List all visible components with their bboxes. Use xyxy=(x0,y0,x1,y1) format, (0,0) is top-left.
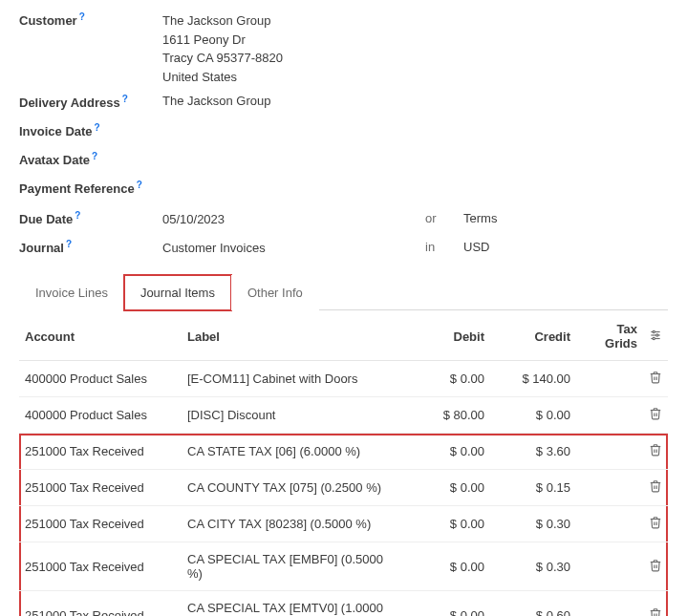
cell-label[interactable]: CA SPECIAL TAX [EMTV0] (1.0000 %) xyxy=(182,591,404,617)
help-icon[interactable]: ? xyxy=(95,122,100,133)
trash-icon[interactable] xyxy=(649,371,662,384)
due-date-value[interactable]: 05/10/2023 xyxy=(162,210,425,226)
cell-credit[interactable]: $ 0.60 xyxy=(490,591,576,617)
help-icon[interactable]: ? xyxy=(66,239,72,249)
cell-account[interactable]: 251000 Tax Received xyxy=(19,591,182,617)
currency-value[interactable]: USD xyxy=(463,240,668,254)
customer-name: The Jackson Group xyxy=(162,11,668,31)
cell-delete[interactable] xyxy=(643,434,668,470)
delivery-value[interactable]: The Jackson Group xyxy=(162,92,668,108)
cell-debit[interactable]: $ 0.00 xyxy=(404,434,490,470)
cell-taxgrids[interactable] xyxy=(576,591,643,617)
customer-addr-line: United States xyxy=(162,68,668,87)
customer-value[interactable]: The Jackson Group 1611 Peony Dr Tracy CA… xyxy=(162,10,668,86)
cell-credit[interactable]: $ 0.00 xyxy=(490,397,576,434)
cell-label[interactable]: [E-COM11] Cabinet with Doors xyxy=(182,361,404,397)
table-row[interactable]: 400000 Product Sales[E-COM11] Cabinet wi… xyxy=(19,361,668,397)
cell-debit[interactable]: $ 0.00 xyxy=(404,361,490,397)
customer-addr-line: 1611 Peony Dr xyxy=(162,31,668,50)
help-icon[interactable]: ? xyxy=(92,151,97,161)
cell-account[interactable]: 400000 Product Sales xyxy=(19,397,182,434)
col-header-credit[interactable]: Credit xyxy=(490,310,576,361)
cell-credit[interactable]: $ 0.30 xyxy=(490,506,576,542)
svg-point-3 xyxy=(656,333,658,335)
trash-icon[interactable] xyxy=(649,516,662,529)
cell-delete[interactable] xyxy=(643,397,668,434)
help-icon[interactable]: ? xyxy=(137,180,142,190)
avatax-date-label-text: Avatax Date xyxy=(19,153,90,167)
cell-delete[interactable] xyxy=(643,542,668,591)
cell-label[interactable]: CA STATE TAX [06] (6.0000 %) xyxy=(182,434,404,470)
due-date-label: Due Date? xyxy=(19,208,162,226)
col-header-settings[interactable] xyxy=(643,310,668,361)
tab-invoice-lines[interactable]: Invoice Lines xyxy=(19,275,124,310)
journal-value[interactable]: Customer Invoices xyxy=(162,239,425,255)
invoice-date-value[interactable] xyxy=(162,120,668,122)
cell-taxgrids[interactable] xyxy=(576,470,643,506)
payment-ref-value[interactable] xyxy=(162,178,668,180)
cell-taxgrids[interactable] xyxy=(576,506,643,542)
col-header-label[interactable]: Label xyxy=(182,310,404,361)
customer-addr-line: Tracy CA 95377-8820 xyxy=(162,49,668,68)
cell-debit[interactable]: $ 0.00 xyxy=(404,470,490,506)
help-icon[interactable]: ? xyxy=(79,11,85,22)
due-date-label-text: Due Date xyxy=(19,213,73,227)
table-row[interactable]: 251000 Tax ReceivedCA SPECIAL TAX [EMBF0… xyxy=(19,542,668,591)
cell-debit[interactable]: $ 0.00 xyxy=(404,542,490,591)
cell-credit[interactable]: $ 0.30 xyxy=(490,542,576,591)
terms-value[interactable]: Terms xyxy=(463,211,668,225)
cell-label[interactable]: [DISC] Discount xyxy=(182,397,404,434)
table-row[interactable]: 400000 Product Sales[DISC] Discount$ 80.… xyxy=(19,397,668,434)
cell-account[interactable]: 251000 Tax Received xyxy=(19,506,182,542)
table-row[interactable]: 251000 Tax ReceivedCA COUNTY TAX [075] (… xyxy=(19,470,668,506)
delivery-label-text: Delivery Address xyxy=(19,96,120,110)
avatax-date-value[interactable] xyxy=(162,149,668,151)
svg-point-1 xyxy=(653,330,655,332)
cell-delete[interactable] xyxy=(643,591,668,617)
trash-icon[interactable] xyxy=(649,607,662,617)
in-text: in xyxy=(425,240,463,254)
table-row[interactable]: 251000 Tax ReceivedCA SPECIAL TAX [EMTV0… xyxy=(19,591,668,617)
cell-taxgrids[interactable] xyxy=(576,542,643,591)
table-row[interactable]: 251000 Tax ReceivedCA CITY TAX [80238] (… xyxy=(19,506,668,542)
journal-label: Journal? xyxy=(19,237,162,255)
cell-credit[interactable]: $ 3.60 xyxy=(490,434,576,470)
invoice-date-label: Invoice Date? xyxy=(19,120,162,138)
cell-credit[interactable]: $ 140.00 xyxy=(490,361,576,397)
cell-account[interactable]: 251000 Tax Received xyxy=(19,542,182,591)
table-row[interactable]: 251000 Tax ReceivedCA STATE TAX [06] (6.… xyxy=(19,434,668,470)
cell-credit[interactable]: $ 0.15 xyxy=(490,470,576,506)
cell-debit[interactable]: $ 0.00 xyxy=(404,506,490,542)
cell-label[interactable]: CA SPECIAL TAX [EMBF0] (0.5000 %) xyxy=(182,542,404,591)
journal-items-table: Account Label Debit Credit Tax Grids 400… xyxy=(19,310,668,616)
cell-delete[interactable] xyxy=(643,361,668,397)
payment-ref-label-text: Payment Reference xyxy=(19,181,135,196)
cell-account[interactable]: 251000 Tax Received xyxy=(19,470,182,506)
trash-icon[interactable] xyxy=(649,443,662,457)
settings-icon[interactable] xyxy=(649,329,662,342)
tab-other-info[interactable]: Other Info xyxy=(231,275,319,310)
col-header-taxgrids[interactable]: Tax Grids xyxy=(576,310,643,361)
help-icon[interactable]: ? xyxy=(75,210,80,221)
cell-account[interactable]: 251000 Tax Received xyxy=(19,434,182,470)
cell-delete[interactable] xyxy=(643,470,668,506)
cell-taxgrids[interactable] xyxy=(576,397,643,434)
customer-label-text: Customer xyxy=(19,13,77,28)
cell-debit[interactable]: $ 80.00 xyxy=(404,397,490,434)
cell-debit[interactable]: $ 0.00 xyxy=(404,591,490,617)
cell-label[interactable]: CA CITY TAX [80238] (0.5000 %) xyxy=(182,506,404,542)
trash-icon[interactable] xyxy=(649,559,662,572)
help-icon[interactable]: ? xyxy=(122,94,128,104)
trash-icon[interactable] xyxy=(649,407,662,420)
cell-account[interactable]: 400000 Product Sales xyxy=(19,361,182,397)
col-header-account[interactable]: Account xyxy=(19,310,182,361)
or-text: or xyxy=(425,211,463,225)
customer-label: Customer? xyxy=(19,10,162,28)
cell-label[interactable]: CA COUNTY TAX [075] (0.2500 %) xyxy=(182,470,404,506)
trash-icon[interactable] xyxy=(649,479,662,493)
cell-taxgrids[interactable] xyxy=(576,434,643,470)
tab-journal-items[interactable]: Journal Items xyxy=(124,275,231,310)
col-header-debit[interactable]: Debit xyxy=(404,310,490,361)
cell-delete[interactable] xyxy=(643,506,668,542)
cell-taxgrids[interactable] xyxy=(576,361,643,397)
